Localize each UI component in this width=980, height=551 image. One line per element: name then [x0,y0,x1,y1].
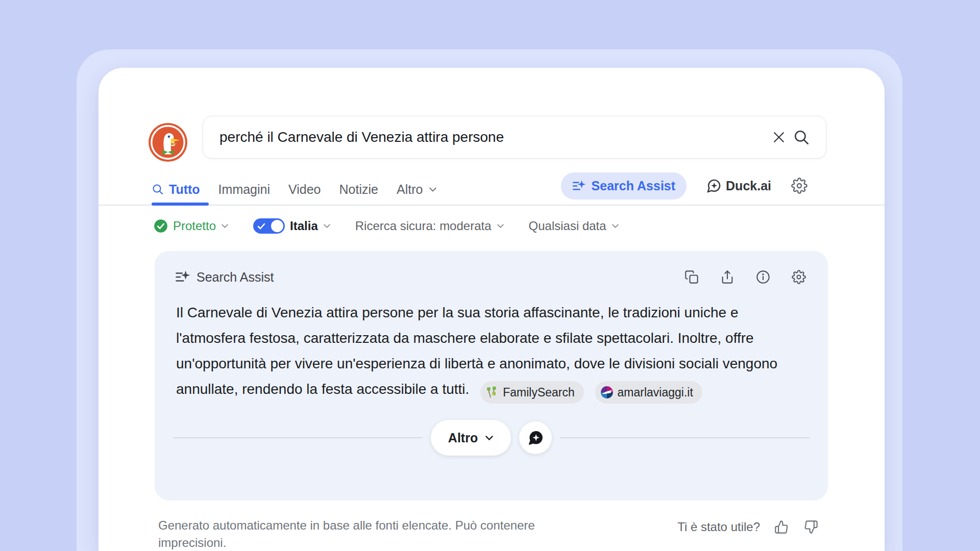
tab-immagini[interactable]: Immagini [218,182,270,197]
tab-label: Tutto [169,182,200,197]
tab-altro[interactable]: Altro [397,182,437,197]
duckduckgo-duck-icon [148,122,188,162]
duckai-label: Duck.ai [726,179,771,193]
chevron-down-icon [429,187,437,192]
copy-button[interactable] [684,269,699,285]
protection-label: Protetto [173,219,216,233]
search-submit-button[interactable] [790,126,813,148]
header-actions: Search Assist Duck.ai [561,172,808,199]
duckai-chat-icon [706,178,722,194]
more-button-label: Altro [448,431,478,445]
card-action-icons [684,269,806,285]
check-circle-icon [154,219,168,233]
tab-bar-divider [99,205,885,206]
results-tab-bar: Tutto Immagini Video Notizie Altro [152,176,437,203]
chevron-down-icon [497,223,504,229]
chat-bubble-icon [527,430,544,446]
safe-search-dropdown[interactable]: Ricerca sicura: moderata [355,219,504,233]
safe-search-label: Ricerca sicura: moderata [355,219,492,233]
assist-more-row: Altro [173,420,810,456]
gear-icon [791,178,807,194]
source-chip-familysearch[interactable]: FamilySearch [480,381,584,404]
search-assist-sparkle-icon [572,179,586,193]
thumbs-down-button[interactable] [803,519,819,535]
active-tab-underline [152,203,209,206]
protection-dropdown[interactable]: Protetto [154,219,229,233]
region-filter: Italia [253,218,331,234]
search-icon [793,129,810,146]
info-icon [756,270,770,284]
chat-with-duckai-button[interactable] [519,421,552,454]
search-input[interactable] [203,129,768,145]
tab-tutto[interactable]: Tutto [152,182,200,197]
duckai-link[interactable]: Duck.ai [706,178,771,194]
tab-label: Immagini [218,182,270,197]
divider-line [173,437,423,438]
filter-bar: Protetto Italia Ricerca sicura: mo [154,217,619,235]
tab-label: Notizie [339,182,378,197]
duckduckgo-logo[interactable] [148,122,188,162]
assist-answer: Il Carnevale di Venezia attira persone p… [155,285,803,404]
date-filter-dropdown[interactable]: Qualsiasi data [529,219,619,233]
search-assist-sparkle-icon [175,269,190,285]
date-filter-label: Qualsiasi data [529,219,606,233]
tab-notizie[interactable]: Notizie [339,182,378,197]
search-assist-button-label: Search Assist [592,179,675,193]
source-chip-amarlaviaggi[interactable]: amarlaviaggi.it [595,381,702,404]
tab-label: Altro [397,182,423,197]
search-assist-card-header: Search Assist [155,251,828,285]
search-bar [203,116,826,159]
settings-button[interactable] [791,177,808,194]
share-button[interactable] [720,269,735,285]
search-assist-card: Search Assist [155,251,828,500]
chevron-down-icon [323,223,331,229]
chevron-down-icon [611,223,619,229]
gear-icon [792,270,806,284]
copy-icon [684,270,699,284]
familysearch-favicon [485,386,499,399]
browser-frame: Tutto Immagini Video Notizie Altro [77,49,902,551]
chevron-down-icon [485,435,494,441]
share-icon [720,270,734,284]
tab-video[interactable]: Video [288,182,321,197]
region-toggle[interactable] [253,218,285,234]
close-icon [771,130,787,145]
toggle-knob [271,220,283,232]
source-chip-label: FamilySearch [503,380,575,405]
tab-label: Video [288,182,321,197]
amarlaviaggi-favicon [600,386,614,399]
thumbs-down-icon [804,520,818,534]
card-settings-button[interactable] [791,269,806,285]
search-results-page: Tutto Immagini Video Notizie Altro [99,68,885,551]
clear-search-button[interactable] [768,126,790,148]
search-assist-toggle-button[interactable]: Search Assist [561,172,687,199]
more-button[interactable]: Altro [431,420,511,456]
chevron-down-icon [221,223,229,229]
info-button[interactable] [755,269,771,285]
source-chip-label: amarlaviaggi.it [618,380,693,405]
feedback-question: Ti è stato utile? [677,520,760,534]
feedback-row: Ti è stato utile? [677,519,819,535]
divider-line [560,437,810,438]
region-label: Italia [290,219,318,233]
thumbs-up-icon [774,520,789,534]
card-title-label: Search Assist [197,270,274,285]
search-assist-card-title: Search Assist [175,269,274,285]
check-icon [257,223,265,230]
search-icon [152,183,164,195]
ai-disclaimer: Generato automaticamente in base alle fo… [158,517,587,551]
thumbs-up-button[interactable] [773,519,790,535]
